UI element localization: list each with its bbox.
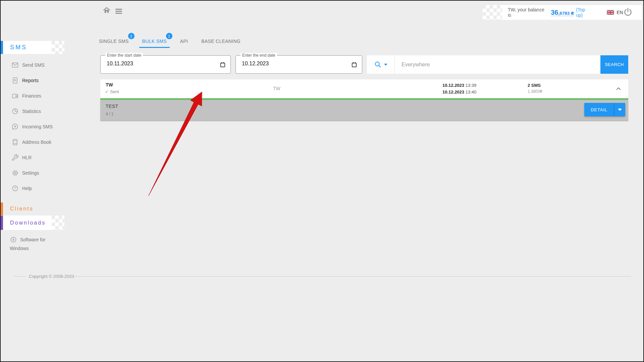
sidebar-item-finances[interactable]: Finances xyxy=(1,88,68,104)
search-input[interactable] xyxy=(395,55,600,74)
search-icon xyxy=(374,61,382,68)
tab-bulk-sms[interactable]: BULK SMS 1 xyxy=(139,36,170,48)
single-sms-badge: 2 xyxy=(128,33,135,39)
balance-amount[interactable]: 36,6783 ₴ xyxy=(551,9,574,16)
end-date-field[interactable]: Enter the end date xyxy=(235,55,362,74)
end-date-label: Enter the end date xyxy=(240,53,277,58)
sidebar-item-help[interactable]: ? Help xyxy=(1,181,68,196)
bulk-sms-badge: 1 xyxy=(166,33,172,39)
caret-down-icon xyxy=(384,64,387,66)
sidebar-header-sms[interactable]: SMS xyxy=(1,41,52,54)
end-date-input[interactable] xyxy=(241,60,343,67)
download-icon xyxy=(10,236,17,243)
balance-panel: TW, your balance is 36,6783 ₴ (Top up) E… xyxy=(502,5,642,20)
topbar-dissolve-pattern xyxy=(483,5,502,20)
envelope-icon xyxy=(11,61,19,69)
report-icon xyxy=(11,77,19,84)
detail-caret-icon xyxy=(618,109,622,111)
row-dates: 10.12.2023 13:39 10.12.2023 13:40 xyxy=(442,82,476,96)
sidebar-item-statistics[interactable]: Statistics xyxy=(1,104,68,119)
home-icon xyxy=(102,6,111,15)
help-icon: ? xyxy=(11,185,19,192)
red-arrow-annotation xyxy=(1,1,644,362)
row-sender: TW xyxy=(106,82,113,87)
sidebar-item-address-book[interactable]: Address Book xyxy=(1,134,68,150)
tab-base-cleaning[interactable]: BASE CLEANING xyxy=(198,36,244,48)
gear-icon xyxy=(11,169,19,177)
power-icon xyxy=(623,7,633,17)
chevron-up-icon[interactable] xyxy=(615,86,622,91)
sidebar-item-hlr[interactable]: HLR xyxy=(1,150,68,165)
detail-title: TEST xyxy=(106,104,118,109)
row-sms-count: 2 SMS 1.3800₴ xyxy=(528,82,542,95)
footer-divider-right xyxy=(68,276,631,277)
pie-chart-icon xyxy=(11,108,19,115)
detail-stats: 4 / 1 xyxy=(106,112,113,116)
calendar-icon[interactable] xyxy=(219,61,226,68)
wallet-icon xyxy=(11,92,19,100)
start-date-input[interactable] xyxy=(106,60,208,67)
address-book-icon xyxy=(11,138,19,146)
row-status: ✓Sent xyxy=(105,89,119,94)
copyright-text: Copyright © 2008-2023 xyxy=(29,274,74,279)
sidebar-item-reports[interactable]: Reports xyxy=(1,73,68,88)
incoming-sms-icon xyxy=(11,123,19,130)
home-button[interactable] xyxy=(102,6,111,15)
detail-row: TEST 4 / 1 DETAIL xyxy=(100,100,628,121)
sms-header-label: SMS xyxy=(10,44,27,51)
wrench-icon xyxy=(11,154,19,161)
sidebar-item-incoming-sms[interactable]: Incoming SMS xyxy=(1,119,68,134)
search-button[interactable]: SEARCH xyxy=(600,55,628,74)
tab-single-sms[interactable]: SINGLE SMS 2 xyxy=(96,36,132,48)
uk-flag-icon xyxy=(607,10,614,15)
calendar-icon[interactable] xyxy=(351,61,358,68)
tab-api[interactable]: API xyxy=(177,36,191,48)
check-icon: ✓ xyxy=(105,89,109,94)
tab-bar: SINGLE SMS 2 BULK SMS 1 API BASE CLEANIN… xyxy=(96,36,251,48)
sidebar-nav: Send SMS Reports Finances Statistics Inc… xyxy=(1,57,68,196)
downloads-dissolve-pattern xyxy=(52,216,64,230)
logout-button[interactable] xyxy=(623,7,633,17)
menu-icon[interactable] xyxy=(115,7,123,14)
sidebar-header-downloads[interactable]: Downloads xyxy=(1,216,52,230)
start-date-label: Enter the start date xyxy=(105,53,143,58)
sidebar-item-software-windows[interactable]: Software for Windows xyxy=(1,235,57,253)
result-row[interactable]: TW ✓Sent TW 10.12.2023 13:39 10.12.2023 … xyxy=(100,79,628,98)
detail-split-button: DETAIL xyxy=(584,103,625,116)
start-date-field[interactable]: Enter the start date xyxy=(100,55,231,74)
row-campaign-name: TW xyxy=(273,86,280,91)
sidebar-header-clients[interactable]: Clients xyxy=(1,202,64,215)
detail-dropdown-button[interactable] xyxy=(614,103,625,116)
app-root: TW, your balance is 36,6783 ₴ (Top up) E… xyxy=(0,0,644,362)
downloads-header-label: Downloads xyxy=(10,220,46,226)
detail-button[interactable]: DETAIL xyxy=(584,103,614,116)
sidebar-item-send-sms[interactable]: Send SMS xyxy=(1,57,68,73)
search-scope-dropdown[interactable] xyxy=(367,55,395,74)
balance-prefix: TW, your balance is xyxy=(508,7,548,18)
top-up-link[interactable]: (Top up) xyxy=(576,7,593,18)
search-bar: SEARCH xyxy=(367,55,628,74)
footer-divider-left xyxy=(13,276,25,277)
sms-dissolve-pattern xyxy=(52,41,64,54)
svg-text:?: ? xyxy=(14,187,16,190)
clients-header-label: Clients xyxy=(10,206,34,212)
row-cost: 1.3800₴ xyxy=(528,88,542,95)
sidebar-item-settings[interactable]: Settings xyxy=(1,165,68,181)
language-selector[interactable]: EN xyxy=(616,10,623,15)
